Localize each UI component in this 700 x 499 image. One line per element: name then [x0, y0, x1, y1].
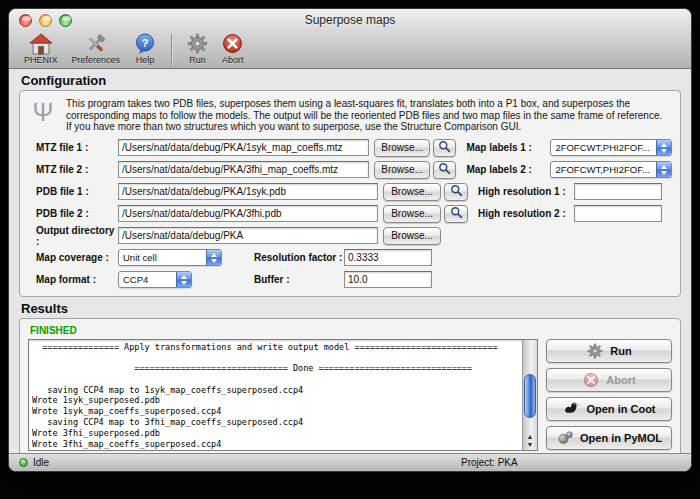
toolbar-preferences-button[interactable]: Preferences	[65, 32, 128, 65]
results-actions: Run	[546, 339, 672, 451]
abort-button-label: Abort	[606, 374, 635, 386]
high-resolution-1-input[interactable]	[574, 183, 662, 200]
run-gear-icon	[586, 342, 604, 360]
map-labels-2-dropdown[interactable]: 2FOFCWT,PHI2FOF...	[550, 161, 672, 178]
magnifier-icon	[450, 206, 463, 221]
program-description: This program takes two PDB files, superp…	[66, 97, 670, 133]
pdb-file-2-input[interactable]	[118, 205, 378, 222]
window-chrome: Superpose maps PHENIX	[9, 9, 691, 69]
toolbar-phenix-label: PHENIX	[24, 55, 58, 65]
status-finished: FINISHED	[30, 325, 672, 336]
map-coverage-dropdown[interactable]: Unit cell	[118, 249, 222, 266]
high-resolution-2-label: High resolution 2 :	[478, 208, 574, 219]
mtz-file-1-browse-button[interactable]: Browse...	[374, 139, 430, 157]
dropdown-arrows-icon	[206, 250, 221, 265]
configuration-heading: Configuration	[21, 73, 691, 88]
window-title: Superpose maps	[9, 9, 691, 31]
pdb-file-1-input[interactable]	[118, 183, 378, 200]
configuration-panel: Ψ This program takes two PDB files, supe…	[19, 90, 681, 297]
pdb-file-1-row: PDB file 1 : Browse... High resolution 1…	[28, 181, 672, 203]
dropdown-arrows-icon	[656, 162, 671, 177]
console-scrollbar[interactable]: ▲ ▼	[522, 340, 537, 450]
pymol-molecule-icon	[556, 429, 574, 447]
open-in-pymol-label: Open in PyMOL	[580, 432, 662, 444]
toolbar-abort-label: Abort	[222, 55, 244, 65]
mtz-file-2-browse-button[interactable]: Browse...	[374, 161, 430, 179]
abort-button[interactable]: Abort	[546, 368, 672, 392]
run-gear-icon	[187, 32, 208, 55]
scroll-down-icon[interactable]: ▼	[527, 441, 534, 448]
toolbar-run-button[interactable]: Run	[180, 32, 215, 65]
high-resolution-2-input[interactable]	[574, 205, 662, 222]
scrollbar-arrows[interactable]: ▲ ▼	[523, 433, 537, 448]
map-labels-2-value: 2FOFCWT,PHI2FOF...	[551, 164, 656, 175]
toolbar: PHENIX Preferences	[9, 31, 691, 68]
titlebar[interactable]: Superpose maps	[9, 9, 691, 31]
map-format-label: Map format :	[36, 274, 118, 285]
map-format-row: Map format : CCP4 Buffer :	[28, 269, 672, 291]
toolbar-separator	[171, 34, 172, 66]
status-dot-icon	[19, 458, 28, 467]
output-directory-browse-button[interactable]: Browse...	[383, 227, 441, 245]
pdb-file-2-browse-button[interactable]: Browse...	[383, 205, 441, 223]
map-labels-1-label: Map labels 1 :	[466, 142, 550, 153]
mtz-file-1-input[interactable]	[118, 139, 369, 156]
console-output[interactable]: =============== Apply transformations an…	[28, 339, 538, 451]
mtz-file-2-input[interactable]	[118, 161, 369, 178]
toolbar-phenix-button[interactable]: PHENIX	[17, 32, 65, 65]
mtz-file-1-inspect-button[interactable]	[433, 139, 456, 157]
toolbar-abort-button[interactable]: Abort	[215, 32, 251, 65]
toolbar-run-label: Run	[189, 55, 206, 65]
output-directory-label: Output directory :	[36, 225, 118, 247]
minimize-button[interactable]	[39, 14, 52, 27]
pdb-file-2-inspect-button[interactable]	[444, 205, 468, 223]
run-button-label: Run	[610, 345, 631, 357]
status-bar: Idle Project: PKA	[9, 453, 691, 471]
pdb-file-1-inspect-button[interactable]	[444, 183, 468, 201]
project-label: Project: PKA	[461, 457, 518, 468]
resolution-factor-input[interactable]	[344, 249, 432, 266]
abort-icon	[582, 371, 600, 389]
open-in-coot-label: Open in Coot	[586, 403, 655, 415]
high-resolution-1-label: High resolution 1 :	[478, 186, 574, 197]
map-labels-2-label: Map labels 2 :	[466, 164, 550, 175]
mtz-file-1-label: MTZ file 1 :	[36, 142, 118, 153]
toolbar-preferences-label: Preferences	[72, 55, 121, 65]
main-content: Configuration Ψ This program takes two P…	[9, 69, 691, 453]
mtz-file-2-inspect-button[interactable]	[433, 161, 456, 179]
map-coverage-value: Unit cell	[119, 252, 206, 263]
mtz-file-1-row: MTZ file 1 : Browse... Map labels 1 : 2F…	[28, 137, 672, 159]
close-button[interactable]	[19, 14, 32, 27]
toolbar-help-button[interactable]: ? Help	[127, 32, 163, 65]
map-coverage-row: Map coverage : Unit cell Resolution fact…	[28, 247, 672, 269]
map-labels-1-value: 2FOFCWT,PHI2FOF...	[551, 142, 656, 153]
zoom-button[interactable]	[59, 14, 72, 27]
map-coverage-label: Map coverage :	[36, 252, 118, 263]
map-labels-1-dropdown[interactable]: 2FOFCWT,PHI2FOF...	[550, 139, 672, 156]
pdb-file-2-row: PDB file 2 : Browse... High resolution 2…	[28, 203, 672, 225]
map-format-dropdown[interactable]: CCP4	[118, 271, 192, 288]
buffer-input[interactable]	[344, 271, 432, 288]
run-button[interactable]: Run	[546, 339, 672, 363]
traffic-lights	[19, 14, 72, 27]
pdb-file-1-label: PDB file 1 :	[36, 186, 118, 197]
magnifier-icon	[438, 140, 451, 155]
toolbar-help-label: Help	[136, 55, 155, 65]
dropdown-arrows-icon	[656, 140, 671, 155]
console-text: =============== Apply transformations an…	[32, 342, 520, 449]
scrollbar-thumb[interactable]	[524, 374, 536, 418]
superpose-program-icon: Ψ	[30, 97, 56, 127]
scroll-up-icon[interactable]: ▲	[527, 433, 534, 440]
open-in-pymol-button[interactable]: Open in PyMOL	[546, 426, 672, 450]
dropdown-arrows-icon	[176, 272, 191, 287]
preferences-tools-icon	[84, 32, 107, 55]
results-heading: Results	[21, 301, 691, 316]
map-format-value: CCP4	[119, 274, 176, 285]
svg-text:?: ?	[142, 36, 149, 48]
status-text: Idle	[33, 457, 49, 468]
program-description-row: Ψ This program takes two PDB files, supe…	[28, 95, 672, 137]
output-directory-input[interactable]	[118, 227, 378, 244]
open-in-coot-button[interactable]: Open in Coot	[546, 397, 672, 421]
pdb-file-1-browse-button[interactable]: Browse...	[383, 183, 441, 201]
pdb-file-2-label: PDB file 2 :	[36, 208, 118, 219]
